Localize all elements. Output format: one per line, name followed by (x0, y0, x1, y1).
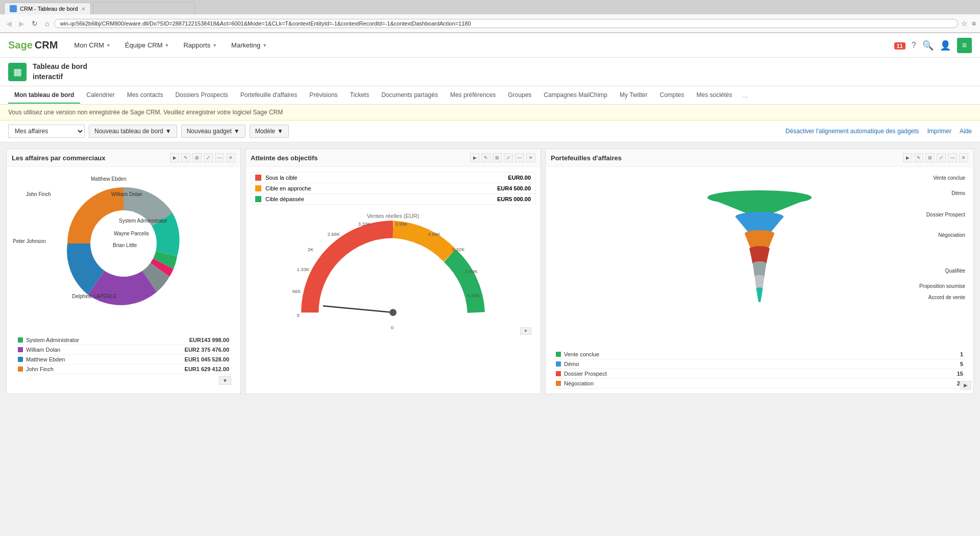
green-menu-button[interactable]: ≡ (957, 38, 972, 53)
nav-mon-crm[interactable]: Mon CRM ▼ (68, 38, 116, 52)
chevron-down-icon: ▼ (165, 43, 169, 48)
logo-sage: Sage (8, 39, 33, 51)
user-icon[interactable]: 👤 (940, 40, 951, 51)
subnav-portefeuille[interactable]: Portefeuille d'affaires (234, 87, 303, 104)
donut-label-william: William Dolan (111, 191, 142, 197)
panel-edit-btn[interactable]: ✎ (481, 153, 491, 162)
panel-close-btn[interactable]: ✕ (226, 153, 235, 162)
home-button[interactable]: ⌂ (43, 18, 51, 29)
bookmark-icon[interactable]: ☆ (961, 19, 968, 28)
panel-grid-btn[interactable]: ⊞ (192, 153, 202, 162)
panel-expand-btn[interactable]: ⤢ (937, 153, 946, 162)
panel-right-scroll-btn[interactable]: ▶ (960, 381, 971, 389)
subnav-groupes[interactable]: Groupes (502, 87, 537, 104)
legend-color-sysadmin (18, 337, 23, 343)
subnav-comptes[interactable]: Comptes (653, 87, 690, 104)
legend-item: System Administrator EUR143 998.00 (16, 335, 231, 345)
funnel-legend-dossier: Dossier Prospect 15 (554, 369, 965, 379)
svg-text:665: 665 (292, 288, 301, 294)
subnav-calendrier[interactable]: Calendrier (80, 87, 120, 104)
page-title: Tableau de bord interactif (33, 62, 87, 82)
panel-grid-btn[interactable]: ⊞ (925, 153, 935, 162)
page-title-icon: ▦ (8, 63, 27, 81)
model-button[interactable]: Modèle ▼ (250, 125, 289, 138)
warning-bar: Vous utilisez une version non enregistré… (0, 105, 980, 120)
panel-objectifs-header: Atteinte des objectifs ▶ ✎ ⊞ ⤢ — ✕ (246, 149, 541, 167)
svg-text:0: 0 (391, 325, 394, 330)
dropdown-arrow-icon: ▼ (277, 128, 283, 135)
panel-portefeuille-content: Vente conclue Démo Dossier Prospect Négo… (546, 167, 973, 394)
subnav-preferences[interactable]: Mes préférences (444, 87, 502, 104)
disable-align-link[interactable]: Désactiver l'alignement automatique des … (786, 128, 919, 135)
browser-actions: ☆ ≡ (961, 19, 976, 28)
panel-close-btn[interactable]: ✕ (959, 153, 968, 162)
subnav-mailchimp[interactable]: Campagnes MailChimp (537, 87, 614, 104)
funnel-legend-negociation: Négociation 23 (554, 379, 965, 388)
chevron-down-icon: ▼ (262, 43, 267, 48)
panel-expand-btn[interactable]: ⤢ (204, 153, 213, 162)
search-icon[interactable]: 🔍 (922, 40, 934, 51)
panel-right-arrow: ▶ (960, 381, 971, 389)
subnav-previsions[interactable]: Prévisions (303, 87, 344, 104)
panel-close-btn[interactable]: ✕ (526, 153, 535, 162)
subnav-documents[interactable]: Documents partagés (375, 87, 444, 104)
dashboard-toolbar: Mes affaires Nouveau tableau de bord ▼ N… (0, 120, 980, 142)
new-dashboard-button[interactable]: Nouveau tableau de bord ▼ (89, 125, 177, 138)
dropdown-arrow-icon: ▼ (165, 128, 172, 135)
help-icon[interactable]: ? (912, 41, 916, 50)
panel-affaires-content: Matthew Ebden William Dolan System Admin… (7, 167, 240, 392)
back-button[interactable]: ◀ (4, 18, 14, 29)
svg-text:6.65K: 6.65K (468, 293, 480, 298)
funnel-color-dossier (556, 371, 561, 376)
browser-tab[interactable]: CRM - Tableau de bord ✕ (4, 3, 91, 14)
nav-marketing[interactable]: Marketing ▼ (225, 38, 273, 52)
legend-color-matthew (18, 357, 23, 362)
panel-grid-btn[interactable]: ⊞ (493, 153, 502, 162)
panel-play-btn[interactable]: ▶ (170, 153, 179, 162)
panel-edit-btn[interactable]: ✎ (181, 153, 190, 162)
legend-item: Matthew Ebden EUR1 045 528.00 (16, 355, 231, 364)
subnav-mes-contacts[interactable]: Mes contacts (121, 87, 169, 104)
subnav-mon-tableau[interactable]: Mon tableau de bord (8, 87, 80, 104)
panel-minimize-btn[interactable]: — (215, 153, 224, 162)
refresh-button[interactable]: ↻ (30, 18, 40, 29)
scroll-down-btn[interactable]: ▼ (219, 376, 231, 385)
subnav-tickets[interactable]: Tickets (344, 87, 376, 104)
panel-play-btn[interactable]: ▶ (470, 153, 479, 162)
close-tab-btn[interactable]: ✕ (81, 6, 85, 12)
chevron-down-icon: ▼ (106, 43, 111, 48)
forward-button[interactable]: ▶ (17, 18, 27, 29)
panel-affaires: Les affaires par commerciaux ▶ ✎ ⊞ ⤢ — ✕ (6, 149, 241, 394)
panel-portefeuille: Portefeuilles d'affaires ▶ ✎ ⊞ ⤢ — ✕ (545, 149, 974, 394)
browser-chrome: CRM - Tableau de bord ✕ ◀ ▶ ↻ ⌂ ☆ ≡ (0, 0, 980, 33)
tab-favicon (10, 5, 17, 12)
nav-rapports[interactable]: Rapports ▼ (177, 38, 223, 52)
funnel-label-negociation: Négociation (938, 232, 965, 238)
new-gadget-button[interactable]: Nouveau gadget ▼ (181, 125, 246, 138)
panel-minimize-btn[interactable]: — (948, 153, 957, 162)
panel-expand-btn[interactable]: ⤢ (504, 153, 513, 162)
funnel-color-negociation (556, 381, 561, 386)
help-link[interactable]: Aide (960, 128, 972, 135)
funnel-legend-vente: Vente conclue 1 (554, 350, 965, 359)
logo: Sage CRM (8, 39, 58, 51)
donut-label-wayne: Wayne Parcelis (114, 231, 149, 236)
subnav-twitter[interactable]: My Twitter (614, 87, 653, 104)
print-link[interactable]: Imprimer (927, 128, 951, 135)
panel-portefeuille-title: Portefeuilles d'affaires (551, 154, 622, 162)
panel-portefeuille-header: Portefeuilles d'affaires ▶ ✎ ⊞ ⤢ — ✕ (546, 149, 973, 167)
subnav-dossiers-prospects[interactable]: Dossiers Prospects (169, 87, 234, 104)
notification-icon[interactable]: 11 (894, 41, 905, 50)
panel-play-btn[interactable]: ▶ (903, 153, 912, 162)
settings-icon[interactable]: ≡ (972, 19, 976, 28)
panel-edit-btn[interactable]: ✎ (914, 153, 923, 162)
dashboard-select[interactable]: Mes affaires (8, 125, 85, 138)
header-icons: 11 ? 🔍 👤 ≡ (894, 38, 972, 53)
donut-label-sysadmin: System Administrator (119, 218, 167, 224)
panel-minimize-btn[interactable]: — (515, 153, 524, 162)
address-bar[interactable] (54, 19, 958, 28)
subnav-more[interactable]: ... (739, 88, 752, 103)
subnav-mes-societes[interactable]: Mes sociétés (691, 87, 739, 104)
nav-equipe-crm[interactable]: Équipe CRM ▼ (119, 38, 176, 52)
gauge-scroll-btn[interactable]: ▼ (520, 327, 531, 335)
